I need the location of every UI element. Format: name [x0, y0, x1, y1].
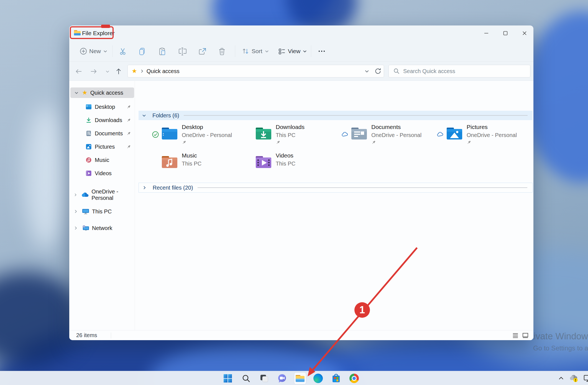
folder-tile-location: This PC [182, 161, 201, 167]
start-icon [223, 374, 232, 383]
back-button[interactable] [74, 67, 83, 76]
sidebar-item-label: OneDrive - Personal [91, 188, 135, 201]
folder-tile-name: Pictures [467, 124, 517, 130]
view-icon [278, 47, 286, 55]
forward-icon [90, 68, 98, 75]
sidebar-item-music[interactable]: Music [69, 154, 135, 166]
details-view-icon[interactable] [512, 332, 519, 339]
section-header-label: Recent files (20) [153, 185, 193, 191]
sidebar-item-desktop[interactable]: Desktop [69, 101, 135, 113]
pin-icon [467, 140, 471, 145]
sidebar-item-downloads[interactable]: Downloads [69, 114, 135, 126]
toolbar-divider [311, 45, 311, 57]
folder-tile-documents[interactable]: Documents OneDrive - Personal [351, 124, 442, 147]
star-icon: ★ [82, 89, 88, 96]
large-icons-view-icon[interactable] [522, 332, 529, 339]
start-button[interactable] [222, 373, 234, 384]
view-button[interactable]: View [276, 45, 309, 58]
sort-button[interactable]: Sort [239, 45, 271, 58]
sidebar-item-label: Network [92, 225, 112, 231]
cut-icon[interactable] [119, 47, 127, 56]
recent-files-section-header[interactable]: Recent files (20) [139, 183, 533, 193]
chevron-right-icon [142, 185, 147, 190]
sidebar-item-documents[interactable]: Documents [69, 127, 135, 139]
edge-icon [313, 374, 323, 383]
chat-button[interactable] [276, 373, 288, 384]
section-divider [184, 115, 528, 116]
title-bar[interactable]: File Explorer [69, 25, 533, 41]
search-input[interactable] [403, 68, 520, 74]
pin-icon [126, 144, 131, 149]
this-pc-icon [82, 208, 89, 215]
folder-tile-music[interactable]: Music This PC [161, 152, 253, 175]
pin-icon [371, 140, 376, 145]
sidebar-item-label: Videos [95, 170, 135, 177]
breadcrumb[interactable]: Quick access [147, 68, 180, 74]
edge-button[interactable] [312, 373, 324, 384]
folder-tile-location: OneDrive - Personal [182, 132, 232, 138]
annotation-highlight-box [70, 26, 114, 39]
videos-icon [85, 170, 92, 177]
address-bar[interactable]: ★ Quick access [127, 65, 384, 77]
close-button[interactable] [518, 27, 531, 39]
sidebar-item-label: Pictures [95, 144, 126, 150]
sidebar-item-network[interactable]: Network [69, 221, 135, 235]
address-bar-row: ★ Quick access [69, 62, 533, 81]
folders-section-header[interactable]: Folders (6) [139, 111, 533, 120]
up-button[interactable] [114, 67, 123, 76]
folder-tile-location: This PC [276, 161, 295, 167]
sidebar-item-label: Downloads [95, 117, 126, 123]
chevron-down-icon [74, 91, 79, 95]
address-chevron-icon[interactable] [364, 69, 369, 74]
search-box[interactable] [388, 65, 530, 77]
network-icon [82, 224, 89, 232]
minimize-button[interactable] [480, 27, 493, 39]
toolbar-divider [235, 45, 235, 57]
new-button[interactable]: New [78, 45, 110, 58]
sidebar-item-quick-access[interactable]: ★ Quick access [70, 87, 134, 98]
folder-tile-pictures[interactable]: Pictures OneDrive - Personal [446, 124, 538, 147]
documents-icon [85, 130, 92, 137]
folder-icon [351, 126, 367, 140]
maximize-button[interactable] [499, 27, 512, 39]
forward-button[interactable] [89, 67, 98, 76]
onedrive-status-warning-icon[interactable] [569, 374, 579, 382]
folder-tile-videos[interactable]: Videos This PC [255, 152, 347, 175]
delete-icon[interactable] [218, 47, 226, 56]
paste-icon[interactable] [158, 47, 167, 56]
store-icon [331, 374, 341, 383]
system-tray [558, 371, 588, 385]
recent-locations-chevron-icon [105, 69, 110, 74]
folder-tile-downloads[interactable]: Downloads This PC [255, 124, 347, 147]
task-view-button[interactable] [258, 373, 270, 384]
toolbar-divider [113, 45, 113, 57]
folder-tile-desktop[interactable]: Desktop OneDrive - Personal [161, 124, 253, 147]
sidebar-item-videos[interactable]: Videos [69, 167, 135, 179]
refresh-icon[interactable] [374, 68, 382, 75]
store-button[interactable] [330, 373, 342, 384]
folder-tile-location: OneDrive - Personal [467, 132, 517, 138]
sidebar-item-onedrive[interactable]: OneDrive - Personal [69, 188, 135, 201]
pin-icon [126, 131, 131, 136]
display-icon[interactable] [584, 375, 588, 382]
new-plus-icon [80, 48, 87, 55]
copy-icon[interactable] [138, 47, 147, 56]
chrome-button[interactable] [348, 373, 360, 384]
items-count: 26 items [76, 332, 97, 339]
taskbar-file-explorer-button[interactable] [294, 373, 306, 384]
share-icon[interactable] [198, 47, 206, 56]
rename-icon[interactable] [178, 47, 187, 56]
breadcrumb-chevron-icon [140, 69, 144, 73]
chrome-icon [349, 374, 359, 383]
sidebar-item-pictures[interactable]: Pictures [69, 141, 135, 153]
onedrive-icon [81, 191, 89, 198]
sync-status-synced-icon [152, 131, 159, 138]
taskbar-search-button[interactable] [240, 373, 252, 384]
recent-locations-button[interactable] [103, 67, 112, 76]
see-more-button[interactable] [315, 45, 328, 58]
sidebar-item-this-pc[interactable]: This PC [69, 205, 135, 218]
chevron-up-icon[interactable] [558, 375, 564, 381]
folder-icon [161, 126, 178, 140]
chevron-right-icon [74, 210, 78, 213]
annotation-highlight-tab [101, 25, 110, 28]
